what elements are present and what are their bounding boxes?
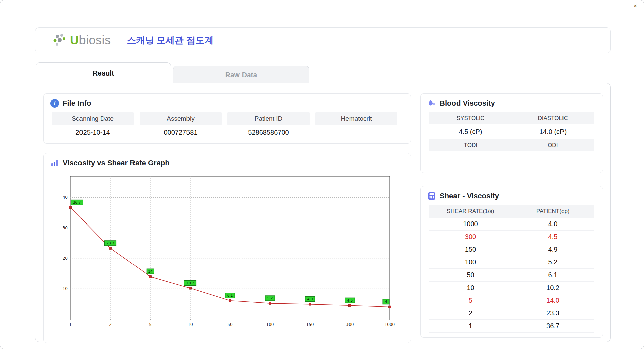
svg-text:5: 5 — [149, 322, 152, 327]
graph-title: Viscosity vs Shear Rate Graph — [63, 159, 170, 167]
field-value: 2025-10-14 — [52, 125, 134, 140]
viscosity-chart: 102030401251050100150300100036.723.31410… — [55, 173, 397, 338]
shear-rate-cell: 100 — [429, 256, 512, 268]
logo-text: U biosis — [70, 33, 111, 47]
blood-viscosity-table: SYSTOLIC DIASTOLIC 4.5 (cP) 14.0 (cP) TO… — [421, 108, 603, 166]
svg-text:5.2: 5.2 — [267, 296, 273, 300]
svg-text:10: 10 — [187, 322, 193, 327]
close-icon[interactable]: × — [631, 2, 640, 10]
file-info-fields: Scanning Date 2025-10-14 Assembly 000727… — [44, 108, 411, 140]
diastolic-value: 14.0 (cP) — [512, 124, 594, 139]
svg-text:40: 40 — [63, 195, 68, 200]
bv-value-row: – – — [429, 151, 594, 166]
viscosity-shear-rate-plot: 102030401251050100150300100036.723.31410… — [55, 173, 397, 338]
svg-text:10.2: 10.2 — [186, 281, 194, 285]
odi-value: – — [512, 151, 594, 166]
shear-rate-cell: 1 — [429, 320, 512, 332]
shear-rate-cell: 1000 — [429, 218, 512, 230]
field-value — [315, 125, 397, 140]
todi-label: TODI — [429, 139, 512, 151]
app-header: U biosis 스캐닝 모세관 점도계 — [35, 27, 611, 53]
shear-table-row: 1504.9 — [429, 243, 594, 256]
field-label: Scanning Date — [52, 112, 134, 125]
svg-text:10: 10 — [63, 286, 68, 291]
patient-viscosity-cell: 5.2 — [512, 256, 594, 268]
bar-chart-icon — [50, 159, 59, 167]
patient-viscosity-cell: 6.1 — [512, 269, 594, 281]
systolic-label: SYSTOLIC — [429, 112, 512, 124]
odi-label: ODI — [512, 139, 594, 151]
file-info-title: File Info — [63, 99, 91, 108]
patient-viscosity-cell: 10.2 — [512, 282, 594, 294]
file-info-field: Scanning Date 2025-10-14 — [52, 112, 134, 140]
shear-table-row: 1005.2 — [429, 256, 594, 269]
tab-raw-data[interactable]: Raw Data — [173, 66, 309, 83]
field-label: Assembly — [140, 112, 222, 125]
result-panel: i File Info Scanning Date 2025-10-14 Ass… — [35, 83, 611, 342]
svg-text:1000: 1000 — [385, 322, 395, 327]
svg-text:50: 50 — [227, 322, 232, 327]
bv-header-row: TODI ODI — [429, 139, 594, 151]
shear-viscosity-table: SHEAR RATE(1/s) PATIENT(cp) 10004.03004.… — [421, 200, 603, 333]
shear-table-row: 1010.2 — [429, 282, 594, 294]
shear-viscosity-title: Shear - Viscosity — [440, 192, 499, 200]
svg-text:14: 14 — [148, 269, 153, 273]
svg-text:23.3: 23.3 — [106, 241, 114, 245]
file-info-field: Hematocrit — [315, 112, 397, 140]
patient-column-header: PATIENT(cp) — [512, 205, 594, 218]
shear-viscosity-header: Shear - Viscosity — [421, 186, 603, 200]
svg-text:150: 150 — [306, 322, 314, 327]
page-title: 스캐닝 모세관 점도계 — [127, 34, 214, 46]
viscosity-graph-card: Viscosity vs Shear Rate Graph 1020304012… — [43, 153, 411, 343]
shear-rate-cell: 50 — [429, 269, 512, 281]
tab-result[interactable]: Result — [36, 62, 171, 83]
shear-table-row: 136.7 — [429, 320, 594, 333]
svg-text:20: 20 — [63, 256, 68, 261]
svg-text:4.9: 4.9 — [307, 297, 313, 301]
file-info-field: Assembly 000727581 — [140, 112, 222, 140]
shear-table-row: 3004.5 — [429, 231, 594, 243]
svg-text:300: 300 — [346, 322, 354, 327]
todi-value: – — [429, 151, 512, 166]
file-info-card: i File Info Scanning Date 2025-10-14 Ass… — [43, 93, 411, 144]
file-info-field: Patient ID 52868586700 — [227, 112, 310, 140]
calculator-icon — [427, 192, 436, 200]
logo-mark-icon — [53, 33, 68, 47]
patient-viscosity-cell: 23.3 — [512, 307, 594, 319]
droplet-icon — [427, 99, 436, 108]
file-info-header: i File Info — [44, 94, 411, 108]
logo-letter-u: U — [70, 33, 79, 47]
blood-viscosity-title: Blood Viscosity — [440, 99, 495, 108]
info-icon: i — [50, 99, 59, 108]
shear-table-row: 506.1 — [429, 269, 594, 282]
blood-viscosity-card: Blood Viscosity SYSTOLIC DIASTOLIC 4.5 (… — [420, 93, 603, 173]
shear-table-row: 514.0 — [429, 294, 594, 307]
field-value: 52868586700 — [227, 125, 310, 140]
svg-text:2: 2 — [109, 322, 112, 327]
patient-viscosity-cell: 14.0 — [512, 294, 594, 307]
bv-value-row: 4.5 (cP) 14.0 (cP) — [429, 124, 594, 139]
graph-header: Viscosity vs Shear Rate Graph — [44, 153, 411, 167]
svg-text:4: 4 — [385, 300, 387, 304]
shear-rate-cell: 2 — [429, 307, 512, 319]
patient-viscosity-cell: 4.5 — [512, 231, 594, 243]
shear-viscosity-card: Shear - Viscosity SHEAR RATE(1/s) PATIEN… — [420, 186, 603, 338]
patient-viscosity-cell: 4.9 — [512, 243, 594, 256]
svg-text:6.1: 6.1 — [227, 293, 233, 297]
patient-viscosity-cell: 4.0 — [512, 218, 594, 230]
field-label: Patient ID — [227, 112, 310, 125]
bv-header-row: SYSTOLIC DIASTOLIC — [429, 112, 594, 124]
field-value: 000727581 — [140, 125, 222, 140]
tab-bar: Result Raw Data — [36, 62, 309, 83]
blood-viscosity-header: Blood Viscosity — [421, 94, 603, 108]
shear-table-body: 10004.03004.51504.91005.2506.11010.2514.… — [429, 218, 594, 333]
app-window: { "window": { "close_glyph": "×" }, "ico… — [0, 0, 644, 349]
shear-rate-cell: 10 — [429, 282, 512, 294]
diastolic-label: DIASTOLIC — [512, 112, 594, 124]
patient-viscosity-cell: 36.7 — [512, 320, 594, 332]
shear-rate-column-header: SHEAR RATE(1/s) — [429, 205, 512, 218]
shear-rate-cell: 300 — [429, 231, 512, 243]
svg-text:4.5: 4.5 — [347, 298, 353, 302]
app-logo: U biosis — [53, 33, 111, 47]
shear-table-row: 10004.0 — [429, 218, 594, 231]
